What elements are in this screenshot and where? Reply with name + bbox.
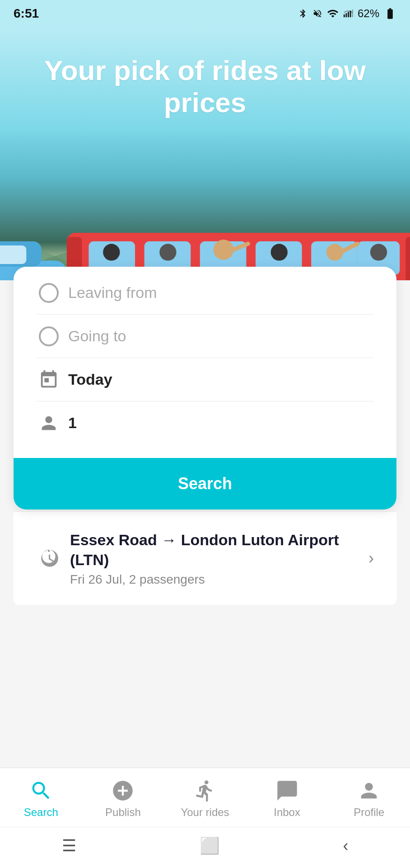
- going-icon: [36, 324, 61, 349]
- nav-tab-search[interactable]: Search: [0, 779, 82, 819]
- system-nav-home[interactable]: ⬜: [200, 836, 220, 855]
- going-to-field[interactable]: Going to: [36, 315, 374, 358]
- chevron-right-icon: ›: [368, 549, 374, 568]
- nav-tab-publish[interactable]: Publish: [82, 779, 164, 819]
- mute-icon: [312, 7, 322, 20]
- battery-text: 62%: [358, 7, 379, 20]
- inbox-tab-icon: [275, 779, 299, 802]
- passengers-field[interactable]: 1: [36, 401, 374, 449]
- profile-tab-icon: [357, 779, 381, 802]
- circle-dot-icon: [39, 283, 59, 303]
- battery-icon: [384, 7, 396, 20]
- inbox-tab-label: Inbox: [274, 806, 300, 819]
- recent-info: Essex Road → London Luton Airport (LTN) …: [70, 530, 368, 587]
- your-rides-nav-icon: [193, 779, 217, 802]
- system-nav-back[interactable]: ‹: [343, 836, 349, 855]
- svg-point-45: [159, 244, 176, 260]
- circle-dot-destination-icon: [39, 326, 59, 346]
- search-nav-icon: [29, 779, 53, 802]
- system-navigation: ☰ ⬜ ‹: [0, 827, 410, 868]
- going-to-text: Going to: [68, 327, 126, 345]
- calendar-icon: [38, 369, 59, 390]
- your-rides-tab-icon: [193, 779, 217, 802]
- nav-tab-inbox[interactable]: Inbox: [246, 779, 328, 819]
- profile-tab-label: Profile: [354, 806, 384, 819]
- svg-rect-1: [345, 13, 347, 17]
- leaving-from-text: Leaving from: [68, 284, 157, 302]
- publish-nav-icon: [111, 779, 135, 802]
- recent-route: Essex Road → London Luton Airport (LTN): [70, 530, 368, 570]
- clock-icon: [36, 546, 61, 571]
- publish-tab-label: Publish: [105, 806, 141, 819]
- svg-point-49: [370, 244, 387, 260]
- signal-icon: [343, 7, 353, 20]
- svg-rect-4: [352, 9, 353, 17]
- leaving-icon: [36, 280, 61, 305]
- your-rides-tab-label: Your rides: [181, 806, 229, 819]
- bluetooth-icon: [298, 7, 308, 20]
- nav-tab-profile[interactable]: Profile: [328, 779, 410, 819]
- inbox-nav-icon: [275, 779, 299, 802]
- profile-nav-icon: [357, 779, 381, 802]
- date-text: Today: [68, 371, 112, 388]
- hero-illustration: [0, 119, 410, 280]
- nav-tabs: Search Publish Your rides: [0, 768, 410, 827]
- hero-title: Your pick of rides at low prices: [0, 27, 410, 119]
- svg-point-43: [103, 244, 120, 260]
- nav-tab-your-rides[interactable]: Your rides: [164, 779, 246, 819]
- bottom-navigation: Search Publish Your rides: [0, 768, 410, 868]
- date-field[interactable]: Today: [36, 358, 374, 401]
- calendar-icon-wrap: [36, 367, 61, 392]
- publish-tab-icon: [111, 779, 135, 802]
- svg-rect-25: [0, 245, 26, 264]
- search-button[interactable]: Search: [14, 458, 396, 509]
- svg-rect-0: [344, 14, 345, 17]
- search-tab-label: Search: [24, 806, 58, 819]
- recent-search-item[interactable]: Essex Road → London Luton Airport (LTN) …: [14, 511, 396, 605]
- passengers-text: 1: [68, 414, 77, 432]
- content-spacer: [0, 605, 410, 741]
- person-icon: [38, 413, 59, 434]
- svg-rect-3: [350, 11, 351, 18]
- system-nav-menu[interactable]: ☰: [62, 836, 76, 855]
- leaving-from-field[interactable]: Leaving from: [36, 271, 374, 315]
- search-card: Leaving from Going to Today: [14, 267, 396, 509]
- status-icons: 62%: [298, 7, 396, 20]
- svg-rect-36: [405, 237, 410, 280]
- status-bar: 6:51 62%: [0, 0, 410, 27]
- wifi-icon: [327, 7, 339, 20]
- status-time: 6:51: [14, 6, 39, 21]
- history-icon: [37, 547, 60, 570]
- recent-details: Fri 26 Jul, 2 passengers: [70, 572, 368, 587]
- hero-section: Your pick of rides at low prices: [0, 27, 410, 280]
- svg-rect-2: [348, 12, 349, 17]
- person-icon-wrap: [36, 410, 61, 435]
- svg-point-47: [271, 244, 288, 260]
- search-tab-icon: [29, 779, 53, 802]
